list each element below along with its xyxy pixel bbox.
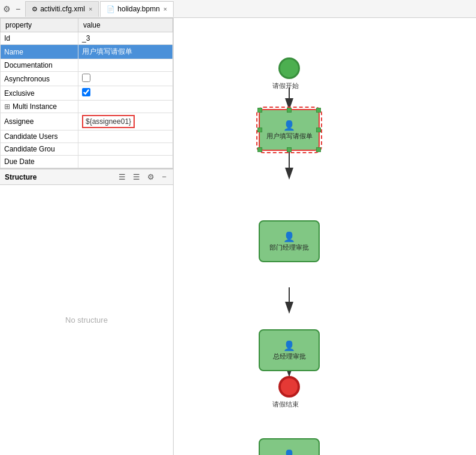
properties-table: property value Id _3 Name 用户填写请假单 — [0, 18, 173, 168]
tab-activiti-cfg[interactable]: ⚙ activiti.cfg.xml × — [25, 1, 99, 17]
prop-label-assignee: Assignee — [1, 113, 78, 131]
prop-label-name: Name — [1, 45, 78, 59]
prop-label-documentation: Documentation — [1, 59, 78, 72]
prop-row-name[interactable]: Name 用户填写请假单 — [1, 45, 173, 59]
handle-tm[interactable] — [287, 108, 292, 113]
prop-value-asynchronous — [78, 72, 173, 86]
assignee-value-text[interactable]: ${assignee01} — [82, 115, 135, 128]
handle-tl[interactable] — [257, 108, 262, 113]
handle-tr[interactable] — [316, 108, 321, 113]
expand-icon[interactable]: ⊞ — [4, 102, 10, 111]
tab-activiti-cfg-icon: ⚙ — [32, 5, 38, 13]
structure-section: Structure ☰ ☰ ⚙ − No structure — [0, 168, 173, 455]
prop-row-due-date[interactable]: Due Date — [1, 156, 173, 168]
start-event-circle — [278, 57, 300, 79]
prop-row-exclusive[interactable]: Exclusive — [1, 86, 173, 101]
task1-icon: 👤 — [283, 120, 295, 131]
prop-label-candidate-users: Candidate Users — [1, 131, 78, 143]
left-panel: property value Id _3 Name 用户填写请假单 — [0, 18, 174, 455]
structure-gear-icon[interactable]: ⚙ — [145, 172, 156, 182]
topbar-minus-icon[interactable]: − — [16, 4, 20, 14]
end-event-circle — [278, 376, 300, 398]
prop-label-due-date: Due Date — [1, 156, 78, 168]
prop-row-candidate-users[interactable]: Candidate Users — [1, 131, 173, 143]
structure-title: Structure — [5, 173, 117, 181]
exclusive-checkbox[interactable] — [82, 88, 90, 96]
prop-value-candidate-groups — [78, 143, 173, 156]
canvas-area[interactable]: 请假开始 👤 用户填写请假单 👤 部门经理审批 👤 总经理审批 👤 — [174, 18, 476, 455]
prop-value-name[interactable]: 用户填写请假单 — [78, 45, 173, 59]
prop-label-multi-instance: ⊞Multi Instance — [1, 101, 78, 113]
tab-holiday-bpmn[interactable]: 📄 holiday.bpmn × — [100, 1, 174, 17]
property-col-header: property — [1, 19, 78, 32]
prop-row-candidate-groups[interactable]: Candidate Grou — [1, 143, 173, 156]
topbar-gear-icon[interactable]: ⚙ — [3, 4, 11, 14]
tab-holiday-bpmn-close[interactable]: × — [163, 5, 167, 13]
prop-label-id: Id — [1, 32, 78, 45]
task2-node[interactable]: 👤 部门经理审批 — [259, 220, 320, 262]
prop-value-exclusive — [78, 86, 173, 101]
handle-ml[interactable] — [257, 128, 262, 132]
task4-icon: 👤 — [283, 449, 295, 455]
structure-align-center-icon[interactable]: ☰ — [131, 172, 142, 182]
prop-row-assignee[interactable]: Assignee ${assignee01} — [1, 113, 173, 131]
task1-label: 用户填写请假单 — [266, 132, 313, 140]
task1-node[interactable]: 👤 用户填写请假单 — [259, 109, 320, 151]
handle-bm[interactable] — [287, 147, 292, 152]
bpmn-arrows-svg — [174, 18, 473, 455]
prop-label-candidate-groups: Candidate Grou — [1, 143, 78, 156]
prop-label-asynchronous: Asynchronous — [1, 72, 78, 86]
structure-icons: ☰ ☰ ⚙ − — [117, 172, 168, 182]
asynchronous-checkbox[interactable] — [82, 74, 90, 82]
structure-minus-icon[interactable]: − — [160, 172, 168, 182]
structure-header: Structure ☰ ☰ ⚙ − — [0, 169, 173, 185]
handle-bl[interactable] — [257, 147, 262, 152]
prop-label-exclusive: Exclusive — [1, 86, 78, 101]
prop-value-due-date — [78, 156, 173, 168]
handle-mr[interactable] — [316, 128, 321, 132]
top-bar: ⚙ − ⚙ activiti.cfg.xml × 📄 holiday.bpmn … — [0, 0, 476, 18]
prop-row-asynchronous[interactable]: Asynchronous — [1, 72, 173, 86]
prop-value-documentation — [78, 59, 173, 72]
tab-holiday-bpmn-icon: 📄 — [107, 5, 115, 13]
start-event[interactable]: 请假开始 — [278, 57, 300, 79]
end-event[interactable]: 请假结束 — [278, 376, 300, 398]
task3-node[interactable]: 👤 总经理审批 — [259, 329, 320, 371]
tab-activiti-cfg-label: activiti.cfg.xml — [40, 5, 85, 13]
task2-label: 部门经理审批 — [269, 244, 309, 251]
value-col-header: value — [78, 19, 173, 32]
prop-value-id: _3 — [78, 32, 173, 45]
no-structure-label: No structure — [65, 316, 108, 324]
task4-node[interactable]: 👤 人事存档 — [259, 438, 320, 455]
main-layout: property value Id _3 Name 用户填写请假单 — [0, 18, 476, 455]
task2-icon: 👤 — [283, 231, 295, 242]
structure-align-left-icon[interactable]: ☰ — [117, 172, 128, 182]
start-event-label: 请假开始 — [272, 81, 299, 90]
prop-row-multi-instance[interactable]: ⊞Multi Instance — [1, 101, 173, 113]
prop-row-id[interactable]: Id _3 — [1, 32, 173, 45]
name-value-text: 用户填写请假单 — [82, 47, 132, 56]
task3-icon: 👤 — [283, 340, 295, 351]
tab-holiday-bpmn-label: holiday.bpmn — [117, 5, 160, 13]
task3-label: 总经理审批 — [273, 353, 306, 360]
prop-value-assignee[interactable]: ${assignee01} — [78, 113, 173, 131]
structure-body: No structure — [0, 185, 173, 455]
tab-activiti-cfg-close[interactable]: × — [89, 5, 92, 13]
prop-value-multi-instance — [78, 101, 173, 113]
end-event-label: 请假结束 — [272, 400, 299, 409]
handle-br[interactable] — [316, 147, 321, 152]
prop-value-candidate-users — [78, 131, 173, 143]
prop-row-documentation[interactable]: Documentation — [1, 59, 173, 72]
